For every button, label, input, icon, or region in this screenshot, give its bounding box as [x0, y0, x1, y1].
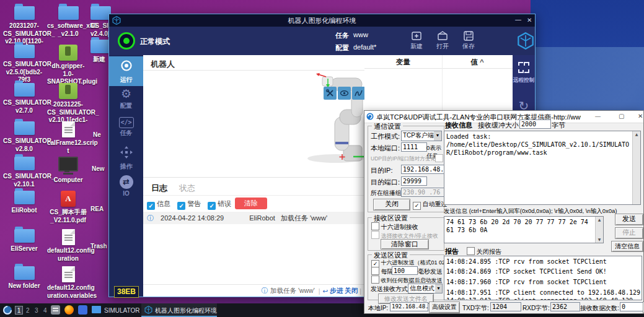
tcp-minimize-button[interactable]: —: [595, 112, 601, 121]
recv-buf-input[interactable]: 2000: [519, 119, 551, 129]
filter-info[interactable]: ✓ 信息: [147, 200, 170, 207]
minimize-button[interactable]: —: [515, 15, 521, 24]
desktop-icon[interactable]: cs_software_x86 _v2.1.0: [47, 6, 89, 38]
desktop-item-label[interactable]: New: [92, 165, 105, 173]
firefox-icon[interactable]: [64, 305, 74, 315]
filter-error[interactable]: ✓ 错误: [208, 200, 231, 207]
close-report-option[interactable]: 关闭报告: [467, 247, 501, 256]
open-button[interactable]: 打开: [431, 30, 454, 50]
send-mode-select[interactable]: 信息模式▼: [408, 284, 443, 293]
checkbox-checked-icon[interactable]: ✓: [147, 202, 155, 210]
desktop-icon[interactable]: CS_SIMULATOR_ v2.10.1: [3, 157, 45, 188]
sidebar-item-operate[interactable]: 操作: [109, 145, 143, 172]
trace-button[interactable]: [352, 87, 365, 100]
close-report-checkbox[interactable]: [467, 247, 475, 255]
recv-count-box[interactable]: 0: [620, 302, 644, 311]
hex-recv-option[interactable]: 十六进制接收: [371, 222, 418, 232]
scroll-up-icon[interactable]: ▲: [596, 217, 603, 223]
auto-reconnect[interactable]: ✓ 自动重连: [413, 200, 448, 210]
log-entry-row[interactable]: ⓘ 2024-04-22 14:08:29 EliRobot 加载任务 'www…: [143, 212, 364, 224]
tab-log[interactable]: 日志: [151, 183, 167, 194]
launcher-icon[interactable]: [2, 305, 12, 315]
interval-send-checkbox[interactable]: [371, 267, 379, 275]
receive-scrollbar[interactable]: ▲: [632, 131, 640, 204]
tcp-close-button[interactable]: ✕: [638, 112, 643, 121]
workspace-4[interactable]: 4: [43, 306, 47, 315]
advanced-settings-button[interactable]: 高级设置: [429, 302, 460, 313]
config-value[interactable]: default*: [353, 43, 376, 51]
recv-count-label: 接收数据次数:: [580, 304, 619, 313]
work-mode-select[interactable]: TCP客户端 ▼: [401, 131, 442, 141]
hex-recv-checkbox[interactable]: [371, 222, 379, 230]
step-link[interactable]: 步进: [330, 287, 343, 295]
local-port-input[interactable]: 1111: [401, 142, 427, 152]
tcp-maximize-button[interactable]: ▢: [619, 112, 624, 121]
filter-warn[interactable]: ✓ 警告: [177, 200, 201, 207]
sidebar-item-task[interactable]: </> 任务: [109, 116, 143, 142]
sort-asc-icon[interactable]: ^: [480, 58, 484, 66]
clear-log-button[interactable]: 清除: [235, 198, 267, 209]
sidebar-item-config[interactable]: ⚙ 配置: [109, 87, 143, 113]
workspace-2[interactable]: 2: [26, 306, 30, 315]
new-button[interactable]: 新建: [405, 30, 428, 50]
desktop-icon[interactable]: CS_SIMULATOR_ v2.8.0: [3, 121, 45, 153]
close-task-link[interactable]: 关闭: [345, 287, 358, 295]
dropdown-arrow-icon[interactable]: ▼: [435, 284, 442, 293]
desktop-icon[interactable]: ACS_脚本手册 _V2.11.0.pdf: [47, 191, 89, 224]
scroll-down-icon[interactable]: ▼: [596, 237, 603, 243]
report-textarea[interactable]: 14:08:24.895 :TCP rcv from socket TCPCli…: [444, 256, 642, 300]
desktop-item-label[interactable]: Ne: [93, 131, 101, 139]
desktop-icon[interactable]: EliServer: [3, 229, 45, 253]
desktop-icon[interactable]: Computer: [47, 157, 89, 185]
interval-input[interactable]: 100: [392, 266, 418, 275]
desktop-icon[interactable]: default12.config uration.variables: [47, 266, 89, 300]
send-textarea[interactable]: 74 61 73 6b 20 2d 70 20 77 77 77 2e 74 6…: [444, 216, 604, 243]
save-button[interactable]: 保存: [457, 30, 480, 50]
sidebar-item-run[interactable]: 运行: [109, 56, 143, 86]
taskbar-app-item[interactable]: 机器人图形化编程环境: [141, 303, 217, 317]
statusbar-separator: |: [319, 287, 320, 295]
app-titlebar[interactable]: 机器人图形化编程环境 — ✕: [109, 14, 535, 27]
clear-window-button[interactable]: 清除窗口: [381, 239, 429, 250]
tools-button[interactable]: [324, 87, 337, 100]
visibility-button[interactable]: [338, 87, 351, 100]
udp-follow-checkbox[interactable]: [435, 154, 443, 162]
variables-col-var[interactable]: 变量: [364, 58, 442, 67]
send-scrollbar[interactable]: ▲▼: [595, 217, 603, 243]
remote-control-item[interactable]: 远程控制: [513, 61, 535, 83]
checkbox-checked-icon[interactable]: ✓: [177, 202, 185, 210]
receive-textarea[interactable]: Loaded task: /home/elite/Desktop/CS_SIMU…: [444, 131, 641, 205]
sidebar-item-io[interactable]: ⇄ IO: [109, 175, 143, 201]
close-button[interactable]: ✕: [527, 16, 532, 25]
files-app-icon[interactable]: [51, 305, 60, 315]
scroll-up-icon[interactable]: ▲: [633, 131, 640, 137]
desktop-icon[interactable]: EliRobot: [3, 191, 45, 215]
desktop-icon[interactable]: CS_SIMULATOR_ v2.7.0: [3, 83, 45, 115]
workspace-1[interactable]: 1: [15, 306, 23, 315]
send-button[interactable]: 发送: [615, 214, 643, 225]
desktop-icon[interactable]: default12.config uration: [47, 229, 89, 263]
workspace-3[interactable]: 3: [35, 306, 38, 315]
dropdown-arrow-icon[interactable]: ▼: [434, 131, 441, 141]
desktop-icon[interactable]: calFrame12.scrip t: [47, 121, 89, 155]
task-value[interactable]: www: [353, 31, 368, 38]
interval-send-option[interactable]: 每隔: [371, 267, 394, 276]
auto-reconnect-checkbox[interactable]: ✓: [413, 202, 421, 210]
disconnect-button[interactable]: 关闭: [373, 199, 410, 211]
dest-ip-input[interactable]: 192.168.48.129: [401, 165, 444, 174]
chat-app-icon[interactable]: [78, 305, 87, 315]
desktop-item-label[interactable]: REA: [90, 206, 104, 214]
run-icon: [120, 59, 133, 72]
clear-info-button[interactable]: 清空信息: [611, 241, 643, 252]
tab-status[interactable]: 状态: [179, 183, 195, 194]
desktop-icon[interactable]: New folder: [3, 266, 45, 290]
dest-port-input[interactable]: 29999: [401, 176, 427, 186]
task-sidebar-label: 任务: [109, 130, 143, 136]
desktop-item-label[interactable]: Trash: [90, 243, 107, 251]
checkbox-checked-icon[interactable]: ✓: [208, 202, 216, 210]
taskbar-folder-icon[interactable]: [92, 306, 101, 313]
taskbar-folder-label[interactable]: SIMULATOR: [104, 306, 139, 315]
new-icon: [410, 30, 423, 42]
auto-send-checkbox[interactable]: [371, 276, 379, 284]
variables-col-val[interactable]: 值 ^: [442, 58, 513, 67]
